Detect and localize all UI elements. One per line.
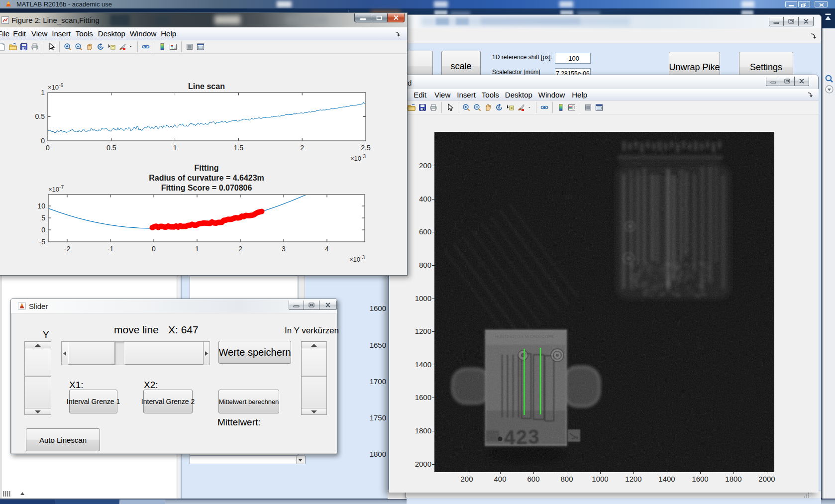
svg-text:0.5: 0.5 xyxy=(35,112,45,120)
svg-text:-5: -5 xyxy=(39,238,46,246)
svg-text:0.5: 0.5 xyxy=(106,144,116,152)
svg-text:Fitting Score = 0.070806: Fitting Score = 0.070806 xyxy=(161,184,252,192)
svg-text:1: 1 xyxy=(41,89,45,97)
svg-text:1: 1 xyxy=(173,144,177,152)
svg-text:Line scan: Line scan xyxy=(188,82,225,91)
svg-text:-2: -2 xyxy=(64,245,71,253)
svg-text:4: 4 xyxy=(325,245,329,253)
svg-text:3: 3 xyxy=(282,245,286,253)
svg-text:1.5: 1.5 xyxy=(234,144,244,152)
svg-text:2: 2 xyxy=(300,144,304,152)
svg-text:0: 0 xyxy=(41,137,45,145)
svg-text:0: 0 xyxy=(41,226,45,234)
svg-text:1: 1 xyxy=(195,245,199,253)
svg-text:2.5: 2.5 xyxy=(361,144,371,152)
svg-text:Fitting: Fitting xyxy=(195,164,219,172)
svg-text:-1: -1 xyxy=(107,245,114,253)
svg-text:Radius of curvature = 4.6423m: Radius of curvature = 4.6423m xyxy=(149,174,264,182)
svg-text:2: 2 xyxy=(238,245,242,253)
svg-text:0: 0 xyxy=(46,144,50,152)
svg-text:0: 0 xyxy=(152,245,156,253)
svg-text:10: 10 xyxy=(37,202,45,210)
svg-text:5: 5 xyxy=(41,214,45,222)
